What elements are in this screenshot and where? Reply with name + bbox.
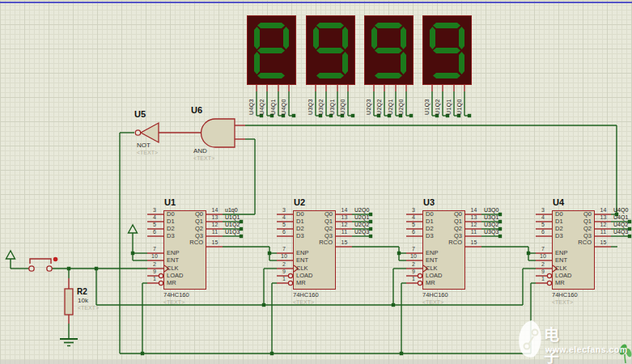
- schematic-canvas: U5 NOT <TEXT> U6 AND <TEXT> R2 10k <TEXT…: [0, 0, 632, 364]
- watermark-url: www.elecfans.com: [545, 345, 628, 354]
- watermark-brand: 电子发烧友: [544, 323, 562, 364]
- watermark-logo: [0, 0, 632, 364]
